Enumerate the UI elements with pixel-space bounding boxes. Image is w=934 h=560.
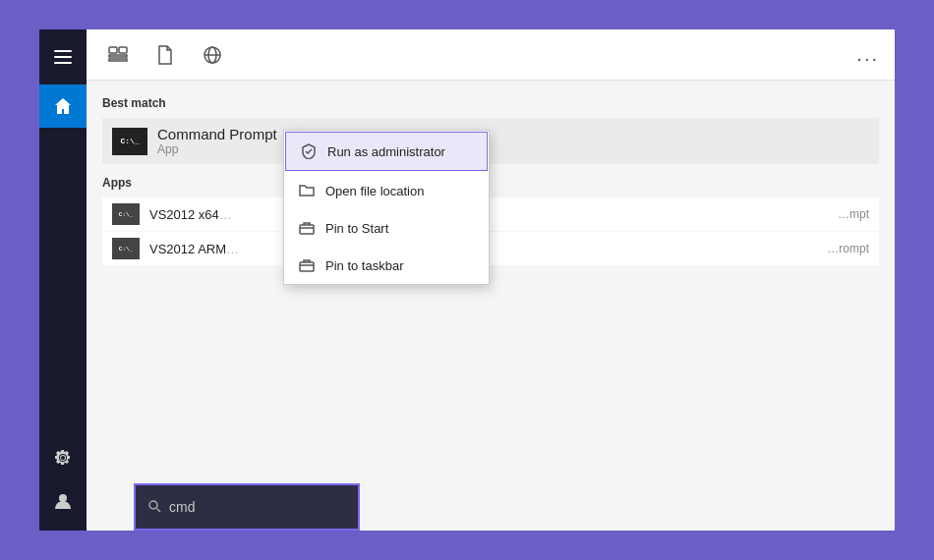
shield-icon xyxy=(300,142,318,160)
cmd-icon-text: C:\_ xyxy=(120,137,139,145)
pin-taskbar-label: Pin to taskbar xyxy=(325,258,404,273)
hamburger-button[interactable] xyxy=(45,39,81,75)
home-button[interactable] xyxy=(39,84,87,128)
layout-icon[interactable] xyxy=(102,39,134,71)
main-panel: ... Best match C:\_ Command Prompt App xyxy=(87,29,895,531)
sidebar xyxy=(39,29,87,531)
app-item-vs2012-x64[interactable]: C:\_ VS2012 x64… …mpt xyxy=(102,197,879,231)
pin-start-label: Pin to Start xyxy=(325,221,388,236)
best-match-label: Best match xyxy=(102,96,879,110)
search-query: cmd xyxy=(169,499,195,515)
svg-rect-1 xyxy=(54,56,72,58)
pin-taskbar-icon xyxy=(298,256,316,274)
content-area: Best match C:\_ Command Prompt App Apps xyxy=(87,81,895,531)
folder-icon xyxy=(298,182,316,199)
apps-section: Apps C:\_ VS2012 x64… …mpt C:\_ xyxy=(102,176,879,265)
svg-rect-0 xyxy=(54,50,72,52)
file-icon[interactable] xyxy=(149,39,181,71)
open-file-label: Open file location xyxy=(325,184,424,198)
svg-rect-12 xyxy=(300,262,314,271)
globe-icon[interactable] xyxy=(197,39,228,71)
user-button[interactable] xyxy=(45,483,81,519)
pin-start-icon xyxy=(298,219,316,237)
svg-rect-11 xyxy=(300,225,314,234)
app-subtitle-2: …rompt xyxy=(827,242,869,255)
svg-line-14 xyxy=(157,508,161,512)
app-icon-2: C:\_ xyxy=(112,238,140,259)
svg-rect-4 xyxy=(109,47,117,53)
search-bar[interactable]: cmd xyxy=(134,483,360,531)
run-as-admin-label: Run as administrator xyxy=(327,144,445,159)
app-subtitle-1: …mpt xyxy=(838,207,869,221)
svg-point-13 xyxy=(149,501,157,509)
search-icon xyxy=(147,499,161,516)
result-info: Command Prompt App xyxy=(157,126,277,156)
settings-button[interactable] xyxy=(45,440,81,476)
result-subtitle: App xyxy=(157,142,277,156)
svg-point-3 xyxy=(59,494,67,502)
more-button[interactable]: ... xyxy=(856,43,879,66)
context-menu-run-as-admin[interactable]: Run as administrator xyxy=(285,132,488,171)
app-icon-1: C:\_ xyxy=(112,203,140,225)
svg-rect-7 xyxy=(109,59,127,61)
apps-label: Apps xyxy=(102,176,879,190)
context-menu-pin-start[interactable]: Pin to Start xyxy=(284,209,489,247)
svg-rect-2 xyxy=(54,62,72,64)
svg-rect-6 xyxy=(109,55,127,57)
app-item-vs2012-arm[interactable]: C:\_ VS2012 ARM… …rompt xyxy=(102,232,879,265)
svg-rect-5 xyxy=(119,47,127,53)
result-title: Command Prompt xyxy=(157,126,277,142)
context-menu-pin-taskbar[interactable]: Pin to taskbar xyxy=(284,247,489,284)
context-menu-open-file[interactable]: Open file location xyxy=(284,172,489,209)
app-title-2: VS2012 ARM… xyxy=(149,242,239,256)
cmd-icon: C:\_ xyxy=(112,128,147,155)
command-prompt-result[interactable]: C:\_ Command Prompt App xyxy=(102,118,879,164)
context-menu: Run as administrator Open file location xyxy=(283,130,490,285)
app-title-1: VS2012 x64… xyxy=(149,207,232,222)
best-match-section: Best match C:\_ Command Prompt App xyxy=(102,96,879,164)
toolbar: ... xyxy=(87,29,895,81)
